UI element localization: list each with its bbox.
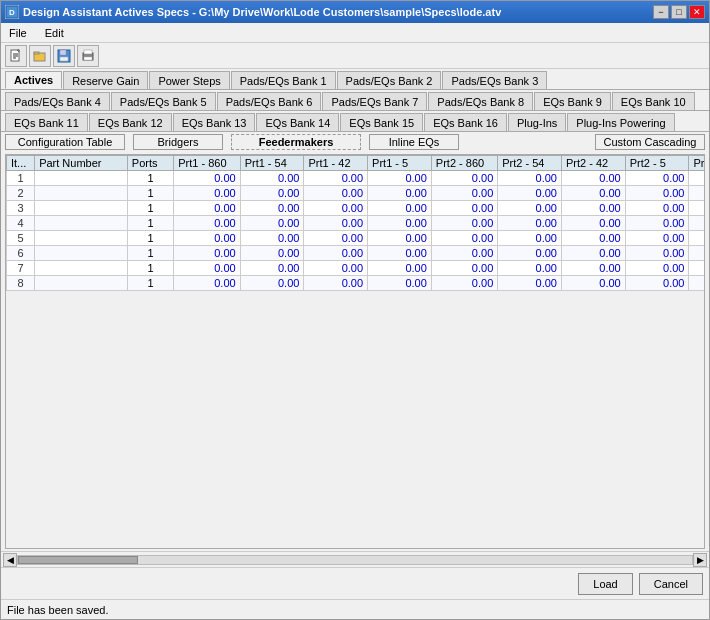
cell-value[interactable]: 0.00	[304, 216, 368, 231]
cell-value[interactable]: 0.00	[431, 276, 497, 291]
cell-value[interactable]: 0.00	[174, 231, 240, 246]
cell-value[interactable]: 0.00	[174, 246, 240, 261]
cell-part-number[interactable]	[35, 171, 128, 186]
cell-value[interactable]: 0.00	[498, 201, 562, 216]
cell-value[interactable]: 0.00	[240, 246, 304, 261]
cell-value[interactable]: 0.00	[498, 171, 562, 186]
cell-value[interactable]: 0.00	[368, 231, 432, 246]
maximize-button[interactable]: □	[671, 5, 687, 19]
tab-pads-eqs-bank3[interactable]: Pads/EQs Bank 3	[442, 71, 547, 89]
cell-value[interactable]: 0.00	[562, 186, 626, 201]
cell-value[interactable]: 0.00	[240, 216, 304, 231]
new-button[interactable]	[5, 45, 27, 67]
tab-plug-ins-powering[interactable]: Plug-Ins Powering	[567, 113, 674, 131]
cell-part-number[interactable]	[35, 231, 128, 246]
cell-ports[interactable]: 1	[127, 171, 173, 186]
tab-pads-eqs-bank5[interactable]: Pads/EQs Bank 5	[111, 92, 216, 110]
tab-pads-eqs-bank6[interactable]: Pads/EQs Bank 6	[217, 92, 322, 110]
open-button[interactable]	[29, 45, 51, 67]
cell-value[interactable]: 0.00	[431, 201, 497, 216]
cell-value[interactable]: 0.00	[240, 261, 304, 276]
tab-pads-eqs-bank4[interactable]: Pads/EQs Bank 4	[5, 92, 110, 110]
cell-value[interactable]: 0.00	[368, 276, 432, 291]
cell-value[interactable]: 0.00	[625, 216, 689, 231]
cell-value[interactable]: 0.00	[498, 231, 562, 246]
scrollbar-track[interactable]	[17, 555, 693, 565]
scrollbar-thumb[interactable]	[18, 556, 138, 564]
cell-part-number[interactable]	[35, 261, 128, 276]
cell-value[interactable]: 0.00	[562, 276, 626, 291]
close-button[interactable]: ✕	[689, 5, 705, 19]
cell-value[interactable]: 0.00	[174, 216, 240, 231]
cell-value[interactable]: 0.00	[625, 261, 689, 276]
cell-value[interactable]: 0.00	[625, 246, 689, 261]
cell-value[interactable]: 0.00	[431, 186, 497, 201]
cell-value[interactable]: 0.00	[368, 171, 432, 186]
cell-value[interactable]: 0.00	[304, 201, 368, 216]
cell-value[interactable]: 0.00	[625, 276, 689, 291]
cell-value[interactable]: 0.00	[498, 186, 562, 201]
load-button[interactable]: Load	[578, 573, 632, 595]
cell-value[interactable]: 0.00	[431, 261, 497, 276]
cell-value[interactable]: 0.00	[240, 276, 304, 291]
cell-part-number[interactable]	[35, 216, 128, 231]
cell-part-number[interactable]	[35, 246, 128, 261]
cell-value[interactable]: 0.00	[304, 261, 368, 276]
cell-ports[interactable]: 1	[127, 186, 173, 201]
cell-value[interactable]: 0.00	[689, 246, 705, 261]
cell-value[interactable]: 0.00	[689, 231, 705, 246]
tab-pads-eqs-bank2[interactable]: Pads/EQs Bank 2	[337, 71, 442, 89]
tab-eqs-bank14[interactable]: EQs Bank 14	[256, 113, 339, 131]
cell-ports[interactable]: 1	[127, 246, 173, 261]
cell-value[interactable]: 0.00	[304, 246, 368, 261]
cell-value[interactable]: 0.00	[689, 201, 705, 216]
cell-value[interactable]: 0.00	[562, 246, 626, 261]
cell-value[interactable]: 0.00	[368, 201, 432, 216]
cell-value[interactable]: 0.00	[304, 171, 368, 186]
cell-value[interactable]: 0.00	[498, 246, 562, 261]
cell-value[interactable]: 0.00	[562, 216, 626, 231]
tab-plug-ins[interactable]: Plug-Ins	[508, 113, 566, 131]
cell-value[interactable]: 0.00	[689, 171, 705, 186]
cell-part-number[interactable]	[35, 201, 128, 216]
cancel-button[interactable]: Cancel	[639, 573, 703, 595]
cell-value[interactable]: 0.00	[304, 186, 368, 201]
tab-pads-eqs-bank7[interactable]: Pads/EQs Bank 7	[322, 92, 427, 110]
cell-value[interactable]: 0.00	[240, 201, 304, 216]
tab-pads-eqs-bank8[interactable]: Pads/EQs Bank 8	[428, 92, 533, 110]
cell-part-number[interactable]	[35, 186, 128, 201]
tab-eqs-bank11[interactable]: EQs Bank 11	[5, 113, 88, 131]
tab-power-steps[interactable]: Power Steps	[149, 71, 229, 89]
cell-value[interactable]: 0.00	[562, 261, 626, 276]
tab-eqs-bank15[interactable]: EQs Bank 15	[340, 113, 423, 131]
cell-value[interactable]: 0.00	[625, 171, 689, 186]
cell-value[interactable]: 0.00	[562, 171, 626, 186]
cell-value[interactable]: 0.00	[625, 186, 689, 201]
tab-eqs-bank9[interactable]: EQs Bank 9	[534, 92, 611, 110]
cell-value[interactable]: 0.00	[431, 216, 497, 231]
cell-ports[interactable]: 1	[127, 231, 173, 246]
tab-pads-eqs-bank1[interactable]: Pads/EQs Bank 1	[231, 71, 336, 89]
cell-ports[interactable]: 1	[127, 276, 173, 291]
cell-value[interactable]: 0.00	[431, 171, 497, 186]
scroll-left-button[interactable]: ◀	[3, 553, 17, 567]
cell-value[interactable]: 0.00	[174, 276, 240, 291]
cell-value[interactable]: 0.00	[689, 186, 705, 201]
cell-value[interactable]: 0.00	[368, 261, 432, 276]
data-table-container[interactable]: It... Part Number Ports Prt1 - 860 Prt1 …	[5, 154, 705, 549]
cell-value[interactable]: 0.00	[431, 246, 497, 261]
cell-value[interactable]: 0.00	[689, 261, 705, 276]
tab-actives[interactable]: Actives	[5, 71, 62, 89]
cell-value[interactable]: 0.00	[174, 171, 240, 186]
cell-value[interactable]: 0.00	[498, 216, 562, 231]
cell-value[interactable]: 0.00	[240, 186, 304, 201]
cell-value[interactable]: 0.00	[174, 201, 240, 216]
cell-value[interactable]: 0.00	[240, 171, 304, 186]
cell-value[interactable]: 0.00	[368, 186, 432, 201]
cell-value[interactable]: 0.00	[174, 186, 240, 201]
cell-value[interactable]: 0.00	[368, 246, 432, 261]
cell-ports[interactable]: 1	[127, 216, 173, 231]
cell-value[interactable]: 0.00	[562, 231, 626, 246]
tab-reserve-gain[interactable]: Reserve Gain	[63, 71, 148, 89]
tab-eqs-bank13[interactable]: EQs Bank 13	[173, 113, 256, 131]
